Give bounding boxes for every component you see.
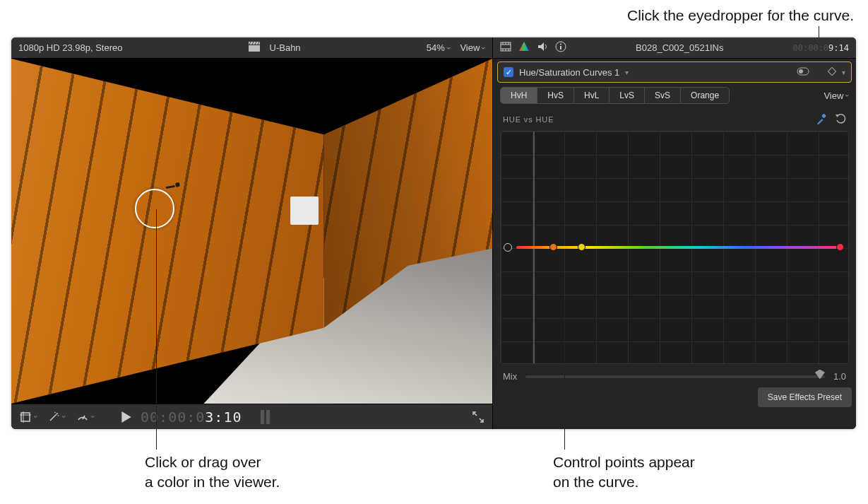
curve-canvas[interactable] — [500, 131, 849, 364]
svg-rect-6 — [175, 182, 180, 187]
tab-hvh[interactable]: HvH — [501, 88, 537, 103]
callout-line: Control points appear — [553, 452, 695, 472]
chevron-down-icon[interactable]: ▾ — [625, 69, 629, 76]
color-inspector-tab[interactable] — [518, 41, 530, 54]
save-preset-button[interactable]: Save Effects Preset — [758, 387, 852, 407]
svg-rect-7 — [21, 413, 30, 421]
svg-point-33 — [799, 69, 803, 74]
chevron-down-icon[interactable]: ▾ — [842, 69, 845, 76]
slider-thumb[interactable] — [815, 370, 825, 380]
callout-bottom-left: Click or drag over a color in the viewer… — [145, 452, 280, 493]
audio-inspector-tab[interactable] — [537, 41, 548, 54]
svg-rect-34 — [828, 67, 836, 75]
svg-point-11 — [57, 413, 58, 414]
leader-line — [156, 209, 157, 450]
callout-line: on the curve. — [553, 472, 695, 492]
callout-bottom-right: Control points appear on the curve. — [553, 452, 695, 493]
tab-svs[interactable]: SvS — [645, 88, 681, 103]
clip-tc-dim: 00:00:0 — [793, 43, 829, 53]
eyedropper-icon[interactable] — [815, 112, 828, 127]
clip-timecode: 00:00:09:14 — [793, 43, 849, 53]
svg-line-17 — [480, 418, 482, 421]
effect-header-row[interactable]: ✓ Hue/Saturation Curves 1 ▾ ▾ — [497, 61, 852, 83]
enhance-wand-tool[interactable] — [45, 409, 68, 425]
hue-curve-line[interactable] — [516, 246, 844, 249]
viewer-header: 1080p HD 23.98p, Stereo U-Bahn 54% View — [11, 37, 492, 59]
project-name: U-Bahn — [270, 42, 301, 53]
audio-meter — [261, 410, 270, 424]
color-sample-loupe[interactable] — [135, 189, 174, 228]
mix-slider[interactable] — [525, 375, 825, 378]
callout-line: a color in the viewer. — [145, 472, 280, 492]
viewer-pane: 1080p HD 23.98p, Stereo U-Bahn 54% View — [11, 37, 493, 429]
curve-tabs: HvH HvS HvL LvS SvS Orange — [500, 87, 730, 104]
retime-tool[interactable] — [74, 409, 97, 425]
control-point[interactable] — [578, 243, 585, 251]
effect-name[interactable]: Hue/Saturation Curves 1 — [519, 67, 619, 78]
curve-view-dropdown[interactable]: View — [824, 90, 849, 101]
fullscreen-button[interactable] — [470, 409, 487, 425]
curve-endpoint[interactable] — [504, 243, 512, 252]
timecode-dim: 00:00:0 — [141, 409, 205, 426]
svg-marker-15 — [121, 411, 131, 423]
viewer-canvas[interactable] — [11, 59, 492, 404]
mix-value: 1.0 — [833, 371, 846, 382]
svg-line-10 — [50, 414, 57, 421]
svg-marker-28 — [538, 42, 544, 51]
leader-line — [564, 300, 565, 450]
svg-rect-35 — [821, 113, 826, 118]
keyframe-icon[interactable] — [828, 67, 836, 78]
callout-top: Click the eyedropper for the curve. — [416, 6, 854, 25]
video-frame — [11, 59, 492, 404]
curve-title: HUE vs HUE — [503, 115, 554, 124]
svg-marker-36 — [836, 115, 839, 117]
mix-row: Mix 1.0 — [500, 364, 849, 382]
clapper-icon — [249, 42, 260, 54]
mix-label: Mix — [503, 371, 517, 382]
crop-tool[interactable] — [17, 409, 40, 425]
mask-icon[interactable] — [797, 67, 809, 78]
clip-tc-bright: 9:14 — [828, 43, 849, 53]
viewer-toolbar: 00:00:03:10 — [11, 404, 492, 429]
tab-lvs[interactable]: LvS — [610, 88, 645, 103]
svg-point-13 — [58, 415, 59, 416]
info-inspector-tab[interactable] — [555, 41, 566, 54]
tab-orange[interactable]: Orange — [681, 88, 729, 103]
svg-point-12 — [55, 411, 57, 413]
play-button[interactable] — [118, 409, 135, 425]
curve-editor: HUE vs HUE Mix — [500, 108, 849, 385]
effect-enable-checkbox[interactable]: ✓ — [504, 67, 513, 77]
view-dropdown[interactable]: View — [460, 42, 485, 53]
zoom-dropdown[interactable]: 54% — [427, 42, 451, 53]
format-label: 1080p HD 23.98p, Stereo — [18, 42, 122, 53]
svg-marker-27 — [519, 42, 529, 51]
inspector-pane: B028_C002_0521INs 00:00:09:14 ✓ Hue/Satu… — [493, 37, 856, 429]
app-window: 1080p HD 23.98p, Stereo U-Bahn 54% View — [11, 37, 856, 429]
svg-line-16 — [474, 413, 477, 416]
timecode-bright: 3:10 — [205, 409, 242, 426]
tab-hvl[interactable]: HvL — [574, 88, 610, 103]
tab-hvs[interactable]: HvS — [537, 88, 574, 103]
video-inspector-tab[interactable] — [500, 41, 511, 54]
inspector-header: B028_C002_0521INs 00:00:09:14 — [493, 37, 856, 59]
clip-name: B028_C002_0521INs — [573, 42, 786, 53]
svg-point-30 — [560, 44, 561, 45]
curve-tabs-row: HvH HvS HvL LvS SvS Orange View — [493, 83, 856, 108]
reset-arrow-icon[interactable] — [835, 113, 846, 126]
callout-line: Click or drag over — [145, 452, 280, 472]
svg-rect-0 — [249, 45, 260, 52]
